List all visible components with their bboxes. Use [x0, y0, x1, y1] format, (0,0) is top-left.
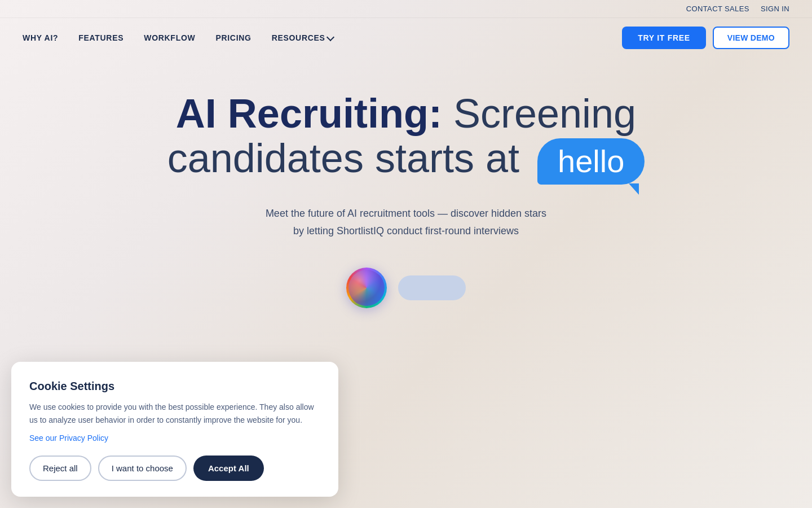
nav-workflow[interactable]: WORKFLOW — [144, 33, 195, 42]
accept-all-button[interactable]: Accept All — [193, 456, 264, 481]
sign-in-link[interactable]: SIGN IN — [761, 5, 789, 13]
demo-pill-graphic — [398, 275, 466, 300]
hero-title: AI Recruiting: Screeningcandidates start… — [167, 91, 645, 185]
try-free-button[interactable]: TRY IT FREE — [622, 27, 706, 49]
hero-title-bold: AI Recruiting: — [176, 91, 442, 136]
cookie-title: Cookie Settings — [29, 380, 320, 393]
chevron-down-icon — [326, 33, 334, 41]
demo-area — [346, 268, 466, 308]
view-demo-button[interactable]: VIEW DEMO — [713, 27, 789, 49]
nav-why-ai[interactable]: WHY AI? — [23, 33, 58, 42]
privacy-policy-link[interactable]: See our Privacy Policy — [29, 433, 108, 443]
hello-bubble: hello — [537, 138, 645, 185]
nav-resources[interactable]: RESOURCES — [272, 33, 333, 42]
nav-features[interactable]: FEATURES — [78, 33, 123, 42]
top-bar: CONTACT SALES SIGN IN — [0, 0, 812, 18]
hero-section: AI Recruiting: Screeningcandidates start… — [0, 58, 812, 331]
nav-links: WHY AI? FEATURES WORKFLOW PRICING RESOUR… — [23, 33, 333, 42]
want-to-choose-button[interactable]: I want to choose — [98, 456, 187, 481]
main-nav: WHY AI? FEATURES WORKFLOW PRICING RESOUR… — [0, 18, 812, 58]
cookie-body: We use cookies to provide you with the b… — [29, 401, 320, 426]
cookie-banner: Cookie Settings We use cookies to provid… — [11, 362, 338, 497]
nav-actions: TRY IT FREE VIEW DEMO — [622, 27, 789, 49]
nav-pricing[interactable]: PRICING — [215, 33, 251, 42]
hero-subtitle: Meet the future of AI recruitment tools … — [266, 205, 546, 239]
ai-orb-graphic — [346, 268, 387, 308]
cookie-actions: Reject all I want to choose Accept All — [29, 456, 320, 481]
reject-all-button[interactable]: Reject all — [29, 456, 91, 481]
contact-sales-link[interactable]: CONTACT SALES — [686, 5, 749, 13]
